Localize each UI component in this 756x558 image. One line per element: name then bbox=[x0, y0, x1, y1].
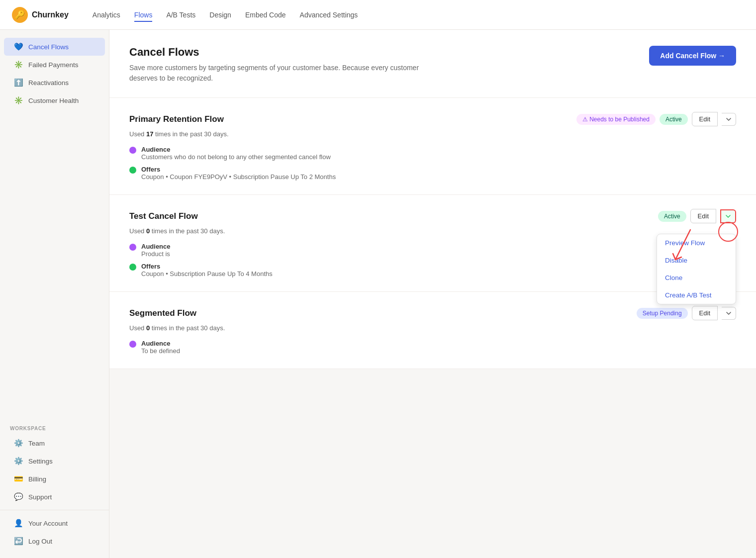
page-header-text: Cancel Flows Save more customers by targ… bbox=[129, 46, 428, 84]
flow-detail-audience-primary: Audience Customers who do not belong to … bbox=[129, 146, 736, 161]
sidebar-label-log-out: Log Out bbox=[28, 538, 52, 545]
nav-flows[interactable]: Flows bbox=[134, 11, 153, 22]
team-icon: ⚙️ bbox=[14, 439, 23, 448]
reactivations-icon: ⬆️ bbox=[14, 78, 23, 87]
nav-abtests[interactable]: A/B Tests bbox=[166, 11, 195, 21]
sidebar-label-your-account: Your Account bbox=[28, 520, 68, 527]
add-cancel-flow-button[interactable]: Add Cancel Flow → bbox=[649, 46, 736, 66]
audience-label-test: Audience bbox=[141, 243, 171, 250]
flow-card-test: Test Cancel Flow Active Edit Used 0 time… bbox=[109, 195, 756, 292]
audience-value-primary: Customers who do not belong to any other… bbox=[141, 153, 331, 161]
nav-design[interactable]: Design bbox=[209, 11, 231, 21]
flow-actions-test: Active Edit bbox=[658, 209, 736, 223]
logo[interactable]: 🔑 Churnkey bbox=[12, 7, 69, 23]
sidebar-item-billing[interactable]: 💳 Billing bbox=[4, 470, 105, 488]
flow-detail-offers-test: Offers Coupon • Subscription Pause Up To… bbox=[129, 263, 736, 278]
log-out-icon: ↩️ bbox=[14, 537, 23, 546]
top-nav: 🔑 Churnkey Analytics Flows A/B Tests Des… bbox=[0, 0, 756, 30]
active-badge-primary: Active bbox=[660, 114, 688, 125]
content-area: Cancel Flows Save more customers by targ… bbox=[109, 30, 756, 369]
sidebar-bottom: 👤 Your Account ↩️ Log Out bbox=[0, 510, 109, 550]
flow-usage-primary: Used 17 times in the past 30 days. bbox=[129, 130, 736, 138]
main-content: Cancel Flows Save more customers by targ… bbox=[109, 30, 756, 558]
flow-card-header-test: Test Cancel Flow Active Edit bbox=[129, 209, 736, 223]
flow-detail-offers-primary: Offers Coupon • Coupon FYE9POyV • Subscr… bbox=[129, 166, 736, 181]
cancel-flows-icon: 💙 bbox=[14, 42, 23, 51]
audience-value-test: Product is bbox=[141, 250, 171, 258]
flow-actions-segmented: Setup Pending Edit bbox=[637, 306, 736, 320]
sidebar-label-failed-payments: Failed Payments bbox=[28, 61, 79, 69]
offers-dot-test bbox=[129, 264, 136, 271]
edit-button-segmented[interactable]: Edit bbox=[692, 306, 718, 320]
sidebar-main-section: 💙 Cancel Flows ✳️ Failed Payments ⬆️ Rea… bbox=[0, 38, 109, 109]
sidebar-item-failed-payments[interactable]: ✳️ Failed Payments bbox=[4, 56, 105, 74]
flow-name-test: Test Cancel Flow bbox=[129, 211, 198, 221]
sidebar-item-team[interactable]: ⚙️ Team bbox=[4, 434, 105, 452]
settings-icon: ⚙️ bbox=[14, 457, 23, 465]
flow-detail-audience-segmented: Audience To be defined bbox=[129, 340, 736, 355]
chevron-down-icon-test bbox=[725, 213, 731, 219]
customer-health-icon: ✳️ bbox=[14, 96, 23, 105]
sidebar-item-settings[interactable]: ⚙️ Settings bbox=[4, 452, 105, 470]
nav-embedcode[interactable]: Embed Code bbox=[245, 11, 286, 21]
sidebar-item-cancel-flows[interactable]: 💙 Cancel Flows bbox=[4, 38, 105, 56]
flow-card-header-primary: Primary Retention Flow ⚠ Needs to be Pub… bbox=[129, 112, 736, 126]
flow-actions-primary: ⚠ Needs to be Published Active Edit bbox=[576, 112, 736, 126]
sidebar-label-settings: Settings bbox=[28, 458, 53, 465]
sidebar-item-customer-health[interactable]: ✳️ Customer Health bbox=[4, 92, 105, 109]
active-badge-test: Active bbox=[658, 211, 686, 222]
flow-details-primary: Audience Customers who do not belong to … bbox=[129, 146, 736, 181]
flow-card-primary: Primary Retention Flow ⚠ Needs to be Pub… bbox=[109, 98, 756, 195]
chevron-button-test[interactable] bbox=[720, 209, 736, 223]
audience-dot-segmented bbox=[129, 341, 136, 348]
chevron-down-icon-segmented bbox=[726, 310, 732, 316]
sidebar-item-reactivations[interactable]: ⬆️ Reactivations bbox=[4, 74, 105, 92]
sidebar-label-support: Support bbox=[28, 493, 52, 501]
edit-button-test[interactable]: Edit bbox=[690, 209, 716, 223]
support-icon: 💬 bbox=[14, 492, 23, 501]
audience-value-segmented: To be defined bbox=[141, 347, 180, 355]
sidebar-item-log-out[interactable]: ↩️ Log Out bbox=[4, 532, 105, 550]
needs-publish-badge: ⚠ Needs to be Published bbox=[576, 114, 656, 125]
billing-icon: 💳 bbox=[14, 474, 23, 483]
page-subtitle: Save more customers by targeting segment… bbox=[129, 63, 428, 84]
flow-detail-audience-test: Audience Product is bbox=[129, 243, 736, 258]
sidebar-item-support[interactable]: 💬 Support bbox=[4, 488, 105, 506]
setup-pending-badge: Setup Pending bbox=[637, 308, 688, 319]
offers-label-test: Offers bbox=[141, 263, 273, 270]
layout: 💙 Cancel Flows ✳️ Failed Payments ⬆️ Rea… bbox=[0, 30, 756, 558]
failed-payments-icon: ✳️ bbox=[14, 60, 23, 69]
logo-icon: 🔑 bbox=[12, 7, 28, 23]
offers-dot-primary bbox=[129, 167, 136, 174]
sidebar: 💙 Cancel Flows ✳️ Failed Payments ⬆️ Rea… bbox=[0, 30, 109, 558]
nav-advanced[interactable]: Advanced Settings bbox=[300, 11, 358, 21]
sidebar-label-billing: Billing bbox=[28, 475, 46, 483]
audience-label-primary: Audience bbox=[141, 146, 331, 153]
flow-usage-segmented: Used 0 times in the past 30 days. bbox=[129, 324, 736, 332]
chevron-down-icon bbox=[726, 116, 732, 122]
sidebar-label-customer-health: Customer Health bbox=[28, 97, 79, 104]
sidebar-item-your-account[interactable]: 👤 Your Account bbox=[4, 514, 105, 532]
flow-card-header-segmented: Segmented Flow Setup Pending Edit bbox=[129, 306, 736, 320]
audience-dot-test bbox=[129, 244, 136, 251]
logo-text: Churnkey bbox=[32, 10, 69, 19]
offers-value-test: Coupon • Subscription Pause Up To 4 Mont… bbox=[141, 270, 273, 278]
chevron-button-primary[interactable] bbox=[722, 113, 736, 126]
your-account-icon: 👤 bbox=[14, 519, 23, 528]
flow-name-segmented: Segmented Flow bbox=[129, 308, 196, 318]
page-header: Cancel Flows Save more customers by targ… bbox=[109, 30, 756, 98]
flow-details-test: Audience Product is Offers Coupon • Subs… bbox=[129, 243, 736, 278]
nav-analytics[interactable]: Analytics bbox=[93, 11, 120, 21]
chevron-button-segmented[interactable] bbox=[722, 307, 736, 320]
flow-usage-test: Used 0 times in the past 30 days. bbox=[129, 227, 736, 235]
edit-button-primary[interactable]: Edit bbox=[692, 112, 718, 126]
sidebar-label-team: Team bbox=[28, 440, 45, 447]
flow-name-primary: Primary Retention Flow bbox=[129, 114, 224, 124]
sidebar-workspace-section: WORKSPACE ⚙️ Team ⚙️ Settings 💳 Billing … bbox=[0, 420, 109, 506]
page-title: Cancel Flows bbox=[129, 46, 428, 59]
flow-details-segmented: Audience To be defined bbox=[129, 340, 736, 355]
dropdown-item-clone[interactable]: Clone bbox=[657, 269, 736, 286]
sidebar-label-reactivations: Reactivations bbox=[28, 79, 69, 87]
offers-label-primary: Offers bbox=[141, 166, 336, 173]
dropdown-item-create-ab-test[interactable]: Create A/B Test bbox=[657, 286, 736, 304]
